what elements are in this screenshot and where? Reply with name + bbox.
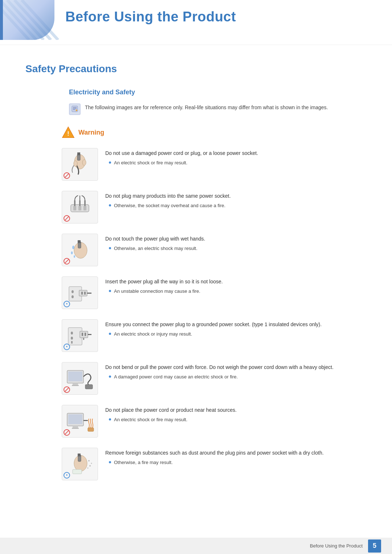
- svg-rect-55: [88, 428, 94, 431]
- safety-precautions-title: Safety Precautions: [25, 63, 367, 78]
- warning-item: Do not use a damaged power cord or plug,…: [62, 148, 367, 181]
- warning-item: Do not touch the power plug with wet han…: [62, 234, 367, 266]
- svg-point-16: [74, 161, 77, 167]
- svg-rect-42: [80, 331, 88, 338]
- svg-rect-49: [72, 385, 79, 386]
- svg-point-17: [82, 160, 86, 165]
- svg-rect-44: [85, 333, 86, 336]
- svg-rect-36: [81, 292, 83, 295]
- svg-text:!: !: [67, 130, 69, 137]
- svg-rect-23: [79, 200, 81, 206]
- note-icon: [69, 103, 81, 115]
- main-content: Safety Precautions Electricity and Safet…: [0, 59, 392, 520]
- svg-rect-48: [73, 383, 78, 385]
- item-bullet-2: Otherwise, the socket may overheat and c…: [109, 202, 367, 209]
- item-bullet-4: An unstable connection may cause a fire.: [109, 288, 367, 295]
- svg-point-34: [72, 295, 74, 298]
- no-symbol-3: [64, 258, 70, 264]
- page-header: Before Using the Product: [0, 0, 392, 45]
- svg-rect-20: [78, 206, 81, 210]
- note-box: The following images are for reference o…: [69, 103, 367, 115]
- item-bullet-7: An electric shock or fire may result.: [109, 416, 367, 423]
- svg-point-62: [91, 463, 92, 464]
- item-image-7: [62, 405, 98, 438]
- svg-point-31: [74, 255, 75, 258]
- item-content-8: Remove foreign substances such as dust a…: [105, 448, 367, 466]
- svg-point-39: [71, 332, 73, 335]
- svg-rect-43: [82, 333, 83, 336]
- warning-item: Ensure you connect the power plug to a g…: [62, 319, 367, 352]
- svg-rect-15: [77, 152, 79, 155]
- item-title-8: Remove foreign substances such as dust a…: [105, 449, 367, 457]
- svg-rect-52: [68, 414, 82, 424]
- svg-rect-45: [83, 338, 84, 340]
- bullet-text-6: A damaged power cord may cause an electr…: [114, 373, 238, 381]
- item-title-4: Insert the power plug all the way in so …: [105, 278, 367, 286]
- svg-point-33: [72, 290, 74, 293]
- bullet-text-4: An unstable connection may cause a fire.: [114, 288, 200, 295]
- item-image-2: [62, 191, 98, 223]
- dot-symbol-8: [64, 472, 70, 479]
- item-title-2: Do not plug many products into the same …: [105, 192, 367, 200]
- note-text: The following images are for reference o…: [85, 103, 328, 111]
- item-bullet-1: An electric shock or fire may result.: [109, 159, 367, 167]
- item-bullet-8: Otherwise, a fire may result.: [109, 459, 367, 466]
- item-image-6: [62, 362, 98, 395]
- item-content-2: Do not plug many products into the same …: [105, 191, 367, 209]
- svg-point-40: [71, 337, 73, 340]
- item-image-5: [62, 319, 98, 352]
- svg-rect-35: [79, 290, 87, 296]
- svg-point-63: [89, 465, 91, 467]
- svg-rect-27: [79, 240, 81, 243]
- warning-label: Warning: [78, 129, 104, 136]
- svg-rect-22: [74, 200, 75, 206]
- warning-item: Do not place the power cord or product n…: [62, 405, 367, 438]
- svg-rect-19: [73, 206, 76, 210]
- svg-rect-24: [84, 200, 86, 206]
- bullet-dot: [109, 204, 111, 206]
- warning-header: ! Warning: [62, 126, 367, 139]
- no-symbol-6: [64, 386, 70, 393]
- warning-item: Do not plug many products into the same …: [62, 191, 367, 223]
- page-number: 5: [368, 539, 381, 553]
- footer-text: Before Using the Product: [310, 543, 363, 549]
- no-symbol-1: [64, 172, 70, 179]
- warning-items-list: Do not use a damaged power cord or plug,…: [25, 148, 367, 480]
- svg-rect-5: [72, 106, 78, 112]
- svg-rect-21: [83, 206, 86, 210]
- item-bullet-5: An electric shock or injury may result.: [109, 331, 367, 338]
- svg-rect-54: [72, 428, 79, 429]
- bullet-dot: [109, 461, 111, 463]
- electricity-safety-title: Electricity and Safety: [69, 89, 367, 96]
- bullet-dot: [109, 290, 111, 292]
- warning-item: Insert the power plug all the way in so …: [62, 276, 367, 309]
- no-symbol-2: [64, 215, 70, 222]
- item-content-5: Ensure you connect the power plug to a g…: [105, 319, 367, 338]
- item-title-6: Do not bend or pull the power cord with …: [105, 364, 367, 371]
- bullet-dot: [109, 161, 111, 164]
- bullet-dot: [109, 376, 111, 378]
- bullet-text-1: An electric shock or fire may result.: [114, 159, 187, 167]
- item-title-1: Do not use a damaged power cord or plug,…: [105, 149, 367, 157]
- no-symbol-7: [64, 429, 70, 436]
- warning-item: Remove foreign substances such as dust a…: [62, 448, 367, 480]
- svg-point-30: [71, 251, 73, 254]
- item-content-1: Do not use a damaged power cord or plug,…: [105, 148, 367, 167]
- warning-item: Do not bend or pull the power cord with …: [62, 362, 367, 395]
- dot-symbol-4: [64, 301, 70, 307]
- item-content-3: Do not touch the power plug with wet han…: [105, 234, 367, 252]
- svg-rect-60: [73, 469, 82, 474]
- item-content-6: Do not bend or pull the power cord with …: [105, 362, 367, 381]
- bullet-text-3: Otherwise, an electric shock may result.: [114, 245, 197, 252]
- svg-point-64: [87, 467, 89, 468]
- bullet-text-5: An electric shock or injury may result.: [114, 331, 192, 338]
- bullet-text-7: An electric shock or fire may result.: [114, 416, 187, 423]
- item-bullet-6: A damaged power cord may cause an electr…: [109, 373, 367, 381]
- page-footer: Before Using the Product 5: [0, 538, 392, 554]
- svg-rect-53: [73, 426, 78, 428]
- svg-rect-47: [68, 372, 82, 381]
- item-image-8: [62, 448, 98, 480]
- item-image-4: [62, 276, 98, 309]
- bullet-dot: [109, 247, 111, 249]
- bullet-dot: [109, 333, 111, 335]
